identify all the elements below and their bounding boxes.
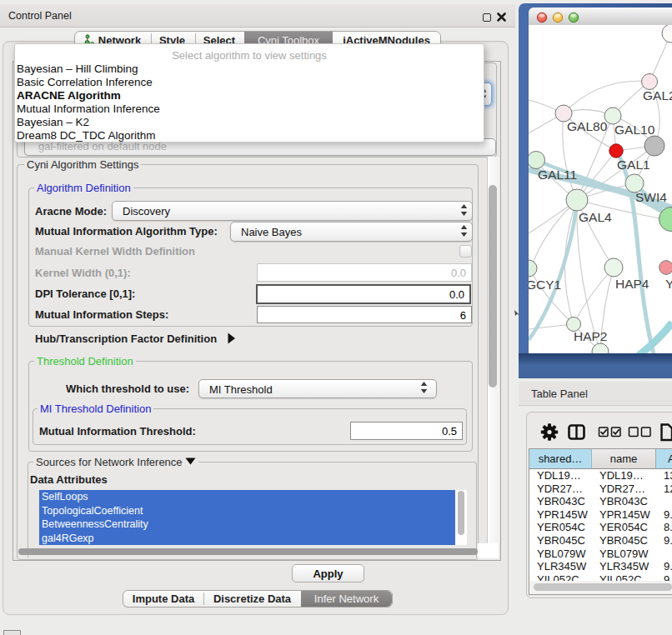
svg-text:GAL11: GAL11 [538,168,577,182]
svg-text:GAL2: GAL2 [643,88,672,102]
svg-text:HAP4: HAP4 [615,277,649,291]
svg-text:GAL10: GAL10 [614,122,655,137]
svg-text:Y: Y [665,277,672,291]
svg-text:GCY1: GCY1 [529,278,561,292]
svg-text:GAL80: GAL80 [567,119,608,133]
svg-text:SWI4: SWI4 [635,190,667,204]
svg-text:GAL1: GAL1 [617,158,650,172]
svg-text:GAL4: GAL4 [579,210,612,224]
svg-text:HAP2: HAP2 [574,329,608,343]
